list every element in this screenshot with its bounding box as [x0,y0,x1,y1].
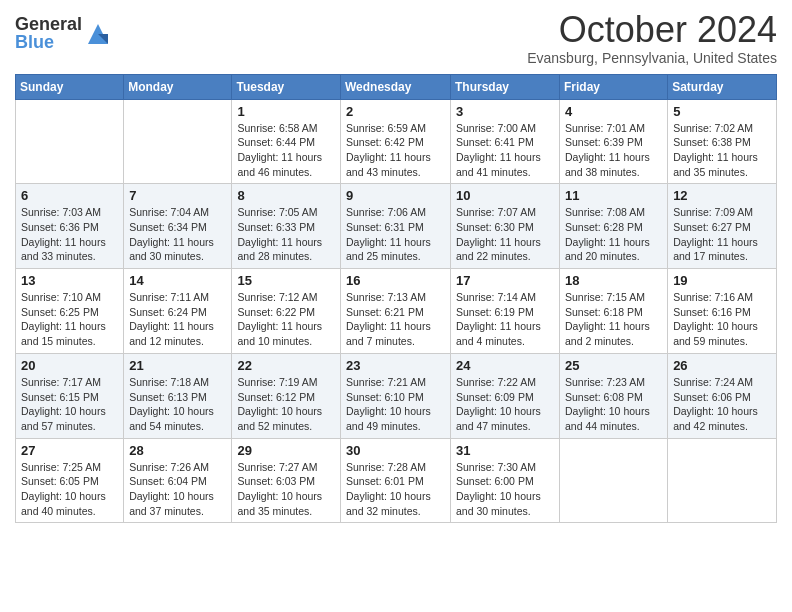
month-title: October 2024 [527,10,777,50]
calendar-cell: 14Sunrise: 7:11 AMSunset: 6:24 PMDayligh… [124,269,232,354]
day-info: Sunrise: 6:59 AMSunset: 6:42 PMDaylight:… [346,121,445,180]
calendar-cell: 25Sunrise: 7:23 AMSunset: 6:08 PMDayligh… [560,353,668,438]
week-row-3: 13Sunrise: 7:10 AMSunset: 6:25 PMDayligh… [16,269,777,354]
day-number: 2 [346,104,445,119]
calendar-cell: 21Sunrise: 7:18 AMSunset: 6:13 PMDayligh… [124,353,232,438]
title-section: October 2024 Evansburg, Pennsylvania, Un… [527,10,777,66]
day-info: Sunrise: 7:17 AMSunset: 6:15 PMDaylight:… [21,375,118,434]
calendar-cell: 6Sunrise: 7:03 AMSunset: 6:36 PMDaylight… [16,184,124,269]
day-number: 15 [237,273,335,288]
col-tuesday: Tuesday [232,74,341,99]
day-number: 16 [346,273,445,288]
calendar-cell [668,438,777,523]
week-row-5: 27Sunrise: 7:25 AMSunset: 6:05 PMDayligh… [16,438,777,523]
calendar-cell: 30Sunrise: 7:28 AMSunset: 6:01 PMDayligh… [341,438,451,523]
header: General Blue October 2024 Evansburg, Pen… [15,10,777,66]
logo-text: General Blue [15,15,82,51]
day-number: 8 [237,188,335,203]
day-info: Sunrise: 7:25 AMSunset: 6:05 PMDaylight:… [21,460,118,519]
day-number: 31 [456,443,554,458]
day-number: 27 [21,443,118,458]
day-info: Sunrise: 7:26 AMSunset: 6:04 PMDaylight:… [129,460,226,519]
calendar-cell: 15Sunrise: 7:12 AMSunset: 6:22 PMDayligh… [232,269,341,354]
day-number: 26 [673,358,771,373]
calendar-header-row: Sunday Monday Tuesday Wednesday Thursday… [16,74,777,99]
calendar-cell [16,99,124,184]
calendar-cell [560,438,668,523]
col-sunday: Sunday [16,74,124,99]
week-row-2: 6Sunrise: 7:03 AMSunset: 6:36 PMDaylight… [16,184,777,269]
calendar-cell [124,99,232,184]
day-number: 19 [673,273,771,288]
day-number: 4 [565,104,662,119]
page: General Blue October 2024 Evansburg, Pen… [0,0,792,538]
calendar-cell: 28Sunrise: 7:26 AMSunset: 6:04 PMDayligh… [124,438,232,523]
day-info: Sunrise: 7:24 AMSunset: 6:06 PMDaylight:… [673,375,771,434]
day-number: 14 [129,273,226,288]
logo: General Blue [15,15,112,51]
calendar-cell: 3Sunrise: 7:00 AMSunset: 6:41 PMDaylight… [451,99,560,184]
day-number: 6 [21,188,118,203]
day-number: 17 [456,273,554,288]
calendar-cell: 24Sunrise: 7:22 AMSunset: 6:09 PMDayligh… [451,353,560,438]
day-info: Sunrise: 7:28 AMSunset: 6:01 PMDaylight:… [346,460,445,519]
day-info: Sunrise: 7:09 AMSunset: 6:27 PMDaylight:… [673,205,771,264]
day-number: 11 [565,188,662,203]
day-info: Sunrise: 7:07 AMSunset: 6:30 PMDaylight:… [456,205,554,264]
calendar-cell: 31Sunrise: 7:30 AMSunset: 6:00 PMDayligh… [451,438,560,523]
day-info: Sunrise: 7:30 AMSunset: 6:00 PMDaylight:… [456,460,554,519]
day-info: Sunrise: 7:23 AMSunset: 6:08 PMDaylight:… [565,375,662,434]
col-friday: Friday [560,74,668,99]
day-info: Sunrise: 7:14 AMSunset: 6:19 PMDaylight:… [456,290,554,349]
calendar-cell: 19Sunrise: 7:16 AMSunset: 6:16 PMDayligh… [668,269,777,354]
day-info: Sunrise: 7:01 AMSunset: 6:39 PMDaylight:… [565,121,662,180]
day-number: 21 [129,358,226,373]
day-number: 28 [129,443,226,458]
calendar-cell: 16Sunrise: 7:13 AMSunset: 6:21 PMDayligh… [341,269,451,354]
day-info: Sunrise: 7:04 AMSunset: 6:34 PMDaylight:… [129,205,226,264]
day-info: Sunrise: 7:00 AMSunset: 6:41 PMDaylight:… [456,121,554,180]
logo-general: General [15,15,82,33]
day-info: Sunrise: 7:12 AMSunset: 6:22 PMDaylight:… [237,290,335,349]
day-number: 3 [456,104,554,119]
day-number: 23 [346,358,445,373]
day-number: 10 [456,188,554,203]
calendar-cell: 5Sunrise: 7:02 AMSunset: 6:38 PMDaylight… [668,99,777,184]
col-monday: Monday [124,74,232,99]
calendar-cell: 27Sunrise: 7:25 AMSunset: 6:05 PMDayligh… [16,438,124,523]
col-saturday: Saturday [668,74,777,99]
calendar-cell: 1Sunrise: 6:58 AMSunset: 6:44 PMDaylight… [232,99,341,184]
day-info: Sunrise: 7:08 AMSunset: 6:28 PMDaylight:… [565,205,662,264]
day-info: Sunrise: 7:06 AMSunset: 6:31 PMDaylight:… [346,205,445,264]
day-number: 9 [346,188,445,203]
day-info: Sunrise: 7:27 AMSunset: 6:03 PMDaylight:… [237,460,335,519]
day-info: Sunrise: 7:21 AMSunset: 6:10 PMDaylight:… [346,375,445,434]
day-number: 7 [129,188,226,203]
calendar-cell: 7Sunrise: 7:04 AMSunset: 6:34 PMDaylight… [124,184,232,269]
day-info: Sunrise: 7:03 AMSunset: 6:36 PMDaylight:… [21,205,118,264]
location: Evansburg, Pennsylvania, United States [527,50,777,66]
calendar-cell: 20Sunrise: 7:17 AMSunset: 6:15 PMDayligh… [16,353,124,438]
day-number: 13 [21,273,118,288]
week-row-4: 20Sunrise: 7:17 AMSunset: 6:15 PMDayligh… [16,353,777,438]
calendar-cell: 10Sunrise: 7:07 AMSunset: 6:30 PMDayligh… [451,184,560,269]
day-info: Sunrise: 7:18 AMSunset: 6:13 PMDaylight:… [129,375,226,434]
day-info: Sunrise: 7:05 AMSunset: 6:33 PMDaylight:… [237,205,335,264]
col-wednesday: Wednesday [341,74,451,99]
calendar-cell: 18Sunrise: 7:15 AMSunset: 6:18 PMDayligh… [560,269,668,354]
day-number: 1 [237,104,335,119]
day-info: Sunrise: 7:11 AMSunset: 6:24 PMDaylight:… [129,290,226,349]
day-number: 29 [237,443,335,458]
calendar-cell: 22Sunrise: 7:19 AMSunset: 6:12 PMDayligh… [232,353,341,438]
day-info: Sunrise: 7:15 AMSunset: 6:18 PMDaylight:… [565,290,662,349]
day-info: Sunrise: 7:02 AMSunset: 6:38 PMDaylight:… [673,121,771,180]
calendar-cell: 2Sunrise: 6:59 AMSunset: 6:42 PMDaylight… [341,99,451,184]
day-number: 30 [346,443,445,458]
calendar-table: Sunday Monday Tuesday Wednesday Thursday… [15,74,777,524]
week-row-1: 1Sunrise: 6:58 AMSunset: 6:44 PMDaylight… [16,99,777,184]
calendar-cell: 9Sunrise: 7:06 AMSunset: 6:31 PMDaylight… [341,184,451,269]
day-info: Sunrise: 7:10 AMSunset: 6:25 PMDaylight:… [21,290,118,349]
day-info: Sunrise: 6:58 AMSunset: 6:44 PMDaylight:… [237,121,335,180]
day-number: 24 [456,358,554,373]
calendar-cell: 4Sunrise: 7:01 AMSunset: 6:39 PMDaylight… [560,99,668,184]
